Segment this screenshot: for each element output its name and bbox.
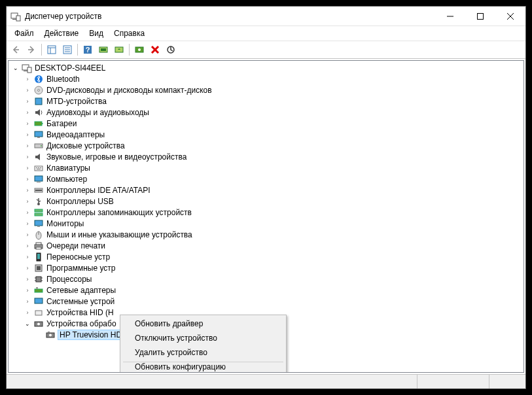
svg-rect-53: [35, 213, 43, 216]
mouse-icon: [33, 230, 44, 240]
expand-icon[interactable]: ›: [24, 154, 31, 160]
tree-node-label: Аудиовходы и аудиовыходы: [46, 108, 149, 117]
svg-rect-64: [37, 266, 41, 270]
tree-node-label: Компьютер: [46, 175, 87, 184]
storage-icon: [33, 207, 44, 218]
tree-root-label: DESKTOP-SI44EEL: [35, 63, 106, 73]
close-button[interactable]: [495, 7, 525, 26]
tree-root[interactable]: ⌄ DESKTOP-SI44EEL: [9, 62, 523, 73]
tree-node[interactable]: ›Мониторы: [9, 218, 523, 229]
device-manager-window: Диспетчер устройств Файл Действие Вид Сп…: [6, 6, 526, 389]
tree-node[interactable]: ›Батареи: [9, 118, 523, 129]
tree-node[interactable]: ›Компьютер: [9, 173, 523, 184]
tree-node[interactable]: ›Процессоры: [9, 273, 523, 284]
expand-icon[interactable]: ›: [24, 143, 31, 149]
expand-icon[interactable]: ›: [24, 98, 31, 105]
expand-icon[interactable]: ›: [24, 254, 31, 260]
expand-icon[interactable]: ›: [24, 165, 31, 171]
minimize-button[interactable]: [435, 7, 465, 26]
properties-button[interactable]: [60, 43, 75, 57]
cycle-button[interactable]: [164, 43, 178, 57]
tree-leaf-label: HP Truevision HD: [58, 330, 123, 339]
maximize-button[interactable]: [465, 7, 495, 26]
expand-icon[interactable]: ›: [24, 265, 31, 271]
tree-node-label: Программные устр: [46, 264, 116, 273]
svg-point-77: [49, 334, 52, 336]
ctx-rescan-hardware[interactable]: Обновить конфигурацию оборудования: [122, 364, 285, 373]
disk-icon: [33, 141, 44, 151]
svg-rect-42: [40, 167, 41, 168]
expand-icon[interactable]: ›: [24, 76, 31, 82]
expand-icon[interactable]: ›: [24, 243, 31, 249]
tree-node[interactable]: ›Контроллеры USB: [9, 196, 523, 207]
tree-node[interactable]: ›Программные устр: [9, 262, 523, 273]
menu-file[interactable]: Файл: [9, 27, 39, 39]
tree-node[interactable]: ›DVD-дисководы и дисководы компакт-диско…: [9, 84, 523, 95]
expand-icon[interactable]: ›: [24, 87, 31, 94]
expand-icon[interactable]: ›: [24, 220, 31, 227]
svg-rect-47: [35, 190, 42, 191]
svg-rect-78: [48, 332, 50, 333]
expand-icon[interactable]: ›: [24, 298, 31, 305]
menu-view[interactable]: Вид: [84, 27, 109, 39]
ctx-remove-device[interactable]: Удалить устройство: [122, 345, 285, 360]
menu-help[interactable]: Справка: [109, 27, 150, 39]
ctx-update-driver[interactable]: Обновить драйвер: [122, 317, 285, 331]
network-icon: [33, 285, 44, 296]
svg-rect-33: [35, 122, 42, 126]
tree-node-label: Мониторы: [46, 219, 84, 228]
hid-icon: [33, 307, 44, 318]
expand-icon[interactable]: ›: [24, 109, 31, 116]
tree-node-label: Контроллеры запоминающих устройств: [46, 208, 192, 217]
ctx-disable-device[interactable]: Отключить устройство: [122, 331, 285, 345]
scan-button[interactable]: [96, 43, 111, 57]
tree-node[interactable]: ›Видеоадаптеры: [9, 129, 523, 140]
tree-node[interactable]: ›Bluetooth: [9, 73, 523, 84]
expand-icon[interactable]: ›: [24, 176, 31, 182]
tree-node[interactable]: ›Звуковые, игровые и видеоустройства: [9, 151, 523, 162]
help-button[interactable]: ?: [80, 43, 95, 57]
svg-rect-54: [35, 220, 43, 226]
expand-icon[interactable]: ›: [24, 131, 31, 138]
expand-icon[interactable]: ⌄: [24, 320, 31, 327]
tree-node[interactable]: ›Сетевые адаптеры: [9, 284, 523, 296]
device-tree[interactable]: ⌄ DESKTOP-SI44EEL ›Bluetooth ›DVD-дисков…: [8, 60, 524, 373]
tree-node[interactable]: ›Переносные устр: [9, 251, 523, 262]
titlebar: Диспетчер устройств: [7, 7, 525, 26]
svg-rect-2: [16, 16, 20, 21]
expand-icon[interactable]: ⌄: [12, 65, 19, 71]
tree-node-label: Устройства обрабо: [46, 319, 116, 328]
expand-icon[interactable]: ›: [24, 309, 31, 316]
tree-node[interactable]: ›Аудиовходы и аудиовыходы: [9, 107, 523, 118]
software-icon: [33, 263, 44, 273]
back-button[interactable]: [9, 43, 23, 57]
tree-node-label: Контроллеры IDE ATA/ATAPI: [46, 186, 151, 195]
expand-icon[interactable]: ›: [24, 187, 31, 194]
expand-icon[interactable]: ›: [24, 198, 31, 205]
tree-node[interactable]: ›Контроллеры IDE ATA/ATAPI: [9, 184, 523, 196]
tree-node-label: Очереди печати: [46, 241, 105, 250]
svg-point-38: [41, 145, 42, 146]
monitor-icon: [33, 218, 44, 229]
forward-button[interactable]: [24, 43, 39, 57]
menu-action[interactable]: Действие: [39, 27, 84, 39]
tree-node[interactable]: ›Клавиатуры: [9, 162, 523, 173]
expand-icon[interactable]: ›: [24, 209, 31, 216]
enable-button[interactable]: [132, 43, 147, 57]
tree-node[interactable]: ›Дисковые устройства: [9, 140, 523, 151]
svg-rect-19: [101, 48, 106, 51]
expand-icon[interactable]: ›: [24, 276, 31, 283]
update-button[interactable]: [112, 43, 126, 57]
expand-icon[interactable]: ›: [24, 287, 31, 294]
tree-node-label: Системные устрой: [46, 297, 115, 306]
tree-node[interactable]: ›Контроллеры запоминающих устройств: [9, 207, 523, 218]
tree-node[interactable]: ›MTD-устройства: [9, 95, 523, 107]
expand-icon[interactable]: ›: [24, 232, 31, 238]
expand-icon[interactable]: ›: [24, 120, 31, 127]
tree-node[interactable]: ›Мыши и иные указывающие устройства: [9, 229, 523, 240]
tree-node[interactable]: ›Системные устрой: [9, 296, 523, 307]
devmgr-icon: [10, 11, 21, 22]
tree-node[interactable]: ›Очереди печати: [9, 240, 523, 251]
uninstall-button[interactable]: [148, 43, 162, 57]
show-hide-button[interactable]: [44, 43, 59, 57]
